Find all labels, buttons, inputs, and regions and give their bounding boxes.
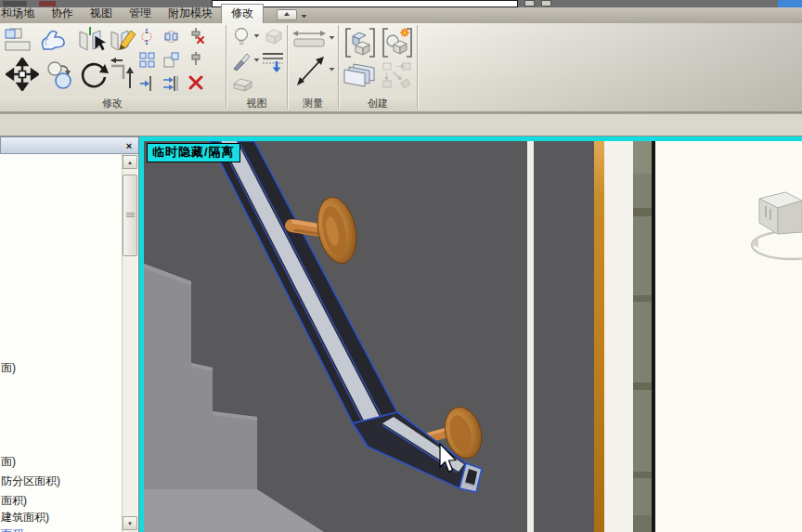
tab-modify[interactable]: 修改 [221, 4, 264, 23]
panel-measure: 测量 [289, 23, 337, 111]
rotate-button[interactable] [78, 58, 110, 90]
tab-manage[interactable]: 管理 [121, 5, 160, 23]
offset-button[interactable] [110, 57, 137, 92]
tree-item[interactable]: 建筑面积) [1, 510, 49, 526]
tree-item[interactable]: 面) [1, 454, 16, 470]
infocenter-blue-fragment [778, 0, 802, 7]
paintbrush-override-icon[interactable] [232, 52, 251, 71]
project-browser-panel: × 面) 面) 防分区面积) 面积) 建筑面积) 面积 ▲ ▼ [0, 136, 139, 532]
panel-divider [338, 25, 339, 110]
split-with-gap-button[interactable] [139, 29, 155, 45]
panel-label-measure: 测量 [289, 97, 337, 110]
split-element-button[interactable] [78, 26, 110, 54]
dropdown-arrow-icon[interactable] [329, 67, 335, 71]
ribbon-tab-bar: 和场地 协作 视图 管理 附加模块 修改 [0, 7, 802, 23]
unpin-button[interactable] [188, 27, 205, 45]
window-button-icon[interactable] [524, 0, 535, 6]
vertical-scrollbar[interactable]: ▲ ▼ [122, 154, 137, 532]
delete-button[interactable] [188, 74, 204, 91]
scroll-up-icon[interactable]: ▲ [123, 155, 137, 169]
thin-lines-icon[interactable] [262, 51, 284, 72]
isolate-box-icon[interactable] [232, 76, 254, 93]
measure-tape-icon[interactable] [292, 29, 326, 49]
trim-extend-button[interactable] [110, 26, 137, 54]
create-assembly-button[interactable] [343, 60, 380, 92]
window-button-icon[interactable] [541, 0, 551, 6]
wood-trim-strip [594, 141, 604, 532]
split-gap-alt-button[interactable] [163, 29, 179, 45]
close-icon[interactable]: × [123, 139, 136, 152]
paste-button[interactable] [3, 27, 32, 53]
panel-view: 视图 [227, 23, 286, 111]
array-button[interactable] [139, 52, 155, 68]
panel-create: 创建 [340, 23, 416, 111]
dropdown-arrow-icon[interactable] [253, 33, 260, 38]
pin-button[interactable] [188, 51, 204, 67]
measure-dimension-icon[interactable] [296, 55, 326, 88]
collapse-up-icon [283, 11, 291, 17]
ribbon-shading [412, 23, 802, 113]
white-wall-strip [604, 141, 633, 532]
temporary-hide-isolate-badge: 临时隐藏/隔离 [147, 143, 240, 162]
drawing-area-3d-view[interactable]: 临时隐藏/隔离 [139, 136, 802, 532]
project-browser-tree[interactable]: 面) 面) 防分区面积) 面积) 建筑面积) 面积 ▲ ▼ [0, 154, 139, 532]
panel-divider [417, 25, 418, 110]
hide-window-icon[interactable] [263, 27, 284, 45]
ribbon-collapse-button[interactable] [277, 9, 297, 20]
panel-label-view: 视图 [227, 97, 286, 110]
lightbulb-reveal-icon[interactable] [232, 27, 251, 46]
tab-collaborate[interactable]: 协作 [43, 5, 82, 23]
join-geometry-button[interactable] [39, 29, 71, 53]
tree-item-selected[interactable]: 面积 [1, 526, 23, 532]
panel-modify: 修改 [0, 23, 225, 111]
create-group-button[interactable] [343, 27, 377, 58]
dropdown-arrow-icon[interactable] [329, 35, 335, 40]
dropdown-arrow-icon[interactable] [253, 58, 260, 62]
scale-button[interactable] [163, 52, 179, 68]
concrete-texture-strip [633, 141, 653, 532]
scroll-down-icon[interactable]: ▼ [123, 516, 137, 530]
wall-corner-strip [527, 141, 534, 532]
tree-item[interactable]: 防分区面积) [1, 474, 60, 489]
create-similar-button[interactable] [381, 27, 414, 58]
thumb-grip [126, 213, 135, 214]
tab-view[interactable]: 视图 [82, 5, 121, 23]
move-button[interactable] [6, 58, 39, 91]
create-parts-button[interactable] [382, 62, 412, 90]
multi-align-button[interactable] [162, 75, 180, 92]
panel-divider [226, 25, 226, 110]
panel-label-create: 创建 [340, 97, 416, 110]
panel-label-modify: 修改 [0, 97, 225, 110]
tree-item[interactable]: 面) [1, 360, 16, 376]
copy-button[interactable] [45, 60, 76, 90]
wall-edge-line [652, 141, 655, 532]
options-bar [0, 113, 802, 136]
project-browser-titlebar[interactable]: × [0, 136, 139, 154]
align-button[interactable] [139, 75, 156, 92]
tree-item[interactable]: 面积) [1, 493, 27, 509]
ribbon: 修改 [0, 23, 802, 113]
tab-addins[interactable]: 附加模块 [160, 5, 221, 23]
tab-site[interactable]: 和场地 [0, 5, 43, 23]
scrollbar-thumb[interactable] [123, 175, 137, 256]
scene-canvas[interactable] [144, 141, 802, 532]
panel-divider [287, 25, 288, 110]
ribbon-collapse-dropdown-icon[interactable] [301, 12, 307, 20]
